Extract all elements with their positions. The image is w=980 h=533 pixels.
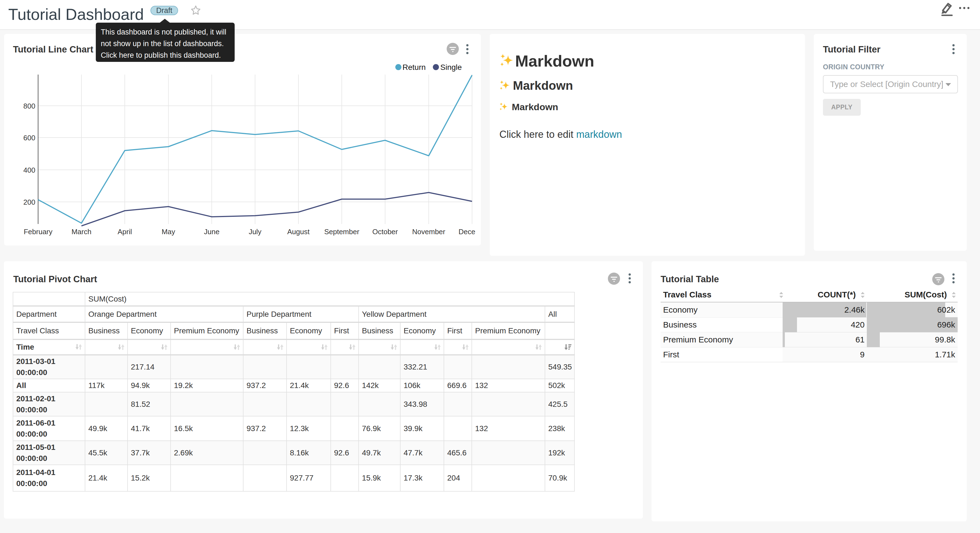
- svg-text:800: 800: [24, 102, 35, 110]
- svg-text:200: 200: [24, 198, 35, 206]
- svg-text:400: 400: [24, 166, 35, 174]
- svg-text:June: June: [204, 228, 220, 236]
- svg-text:600: 600: [24, 134, 35, 142]
- svg-text:October: October: [372, 228, 398, 236]
- svg-text:November: November: [412, 228, 445, 236]
- svg-text:May: May: [161, 228, 175, 236]
- svg-text:Single: Single: [440, 63, 462, 72]
- svg-text:July: July: [249, 228, 261, 236]
- svg-text:September: September: [324, 228, 360, 236]
- svg-text:February: February: [24, 228, 52, 236]
- svg-text:Return: Return: [402, 63, 426, 72]
- svg-text:March: March: [72, 228, 91, 236]
- svg-text:Dece: Dece: [458, 228, 476, 236]
- svg-text:April: April: [118, 228, 132, 236]
- svg-text:August: August: [287, 228, 310, 236]
